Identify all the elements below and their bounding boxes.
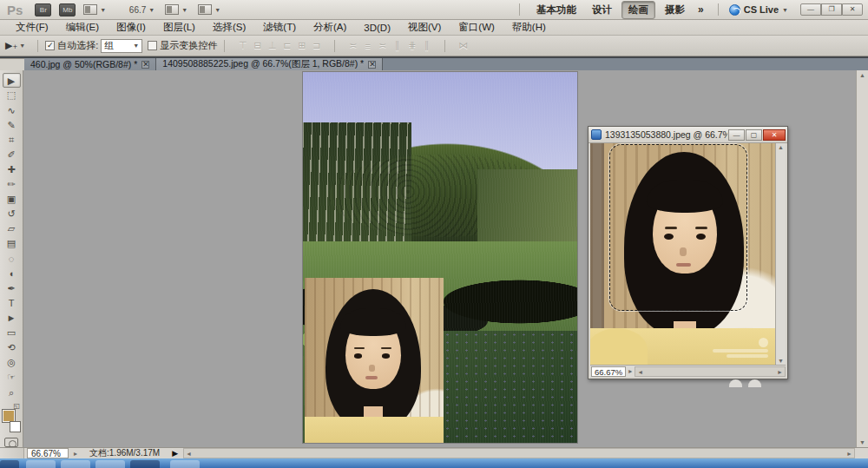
close-button[interactable]: ✕ bbox=[842, 3, 863, 16]
menu-image[interactable]: 图像(I) bbox=[108, 21, 155, 34]
tool-lasso[interactable]: ∿ bbox=[3, 103, 21, 118]
tool-3d-orbit[interactable]: ◎ bbox=[3, 355, 21, 370]
screen-mode-button[interactable]: ▼ bbox=[198, 4, 220, 15]
align-left-icon[interactable]: ⊏ bbox=[280, 40, 293, 51]
document-tab-1409508885225[interactable]: 1409508885225.jpeg @ 66.7%(图层 1, RGB/8#)… bbox=[156, 58, 383, 70]
tool-crop[interactable]: ⌗ bbox=[3, 133, 21, 148]
menu-help[interactable]: 帮助(H) bbox=[503, 21, 555, 34]
auto-select-dropdown[interactable]: 组▼ bbox=[101, 39, 142, 53]
floating-window-titlebar[interactable]: 1393135053880.jpeg @ 66.7%(... — ▢ ✕ bbox=[589, 127, 787, 143]
taskbar-item[interactable] bbox=[170, 460, 200, 468]
scroll-down-icon[interactable]: ▼ bbox=[776, 358, 786, 364]
scroll-up-icon[interactable]: ▲ bbox=[776, 144, 786, 150]
tool-type[interactable]: T bbox=[3, 296, 21, 311]
view-extras-button[interactable]: ▼ bbox=[165, 4, 187, 15]
tool-3d-rotate[interactable]: ⟲ bbox=[3, 340, 21, 355]
tab-close-icon[interactable]: ✕ bbox=[368, 61, 376, 69]
workspace-painting[interactable]: 绘画 bbox=[621, 1, 655, 19]
distribute-hcenter-icon[interactable]: ⋕ bbox=[405, 40, 418, 51]
zoom-level-control[interactable]: 66.7▼ bbox=[116, 5, 155, 15]
taskbar-item-active[interactable] bbox=[130, 460, 160, 468]
tool-blur[interactable]: ◌ bbox=[3, 252, 21, 267]
bridge-icon[interactable]: Br bbox=[35, 3, 51, 16]
menu-select[interactable]: 选择(S) bbox=[204, 21, 254, 34]
tool-spot-healing-brush[interactable]: ✚ bbox=[3, 162, 21, 177]
menu-3d[interactable]: 3D(D) bbox=[355, 23, 399, 33]
restore-button[interactable]: ❐ bbox=[821, 3, 842, 16]
menu-analysis[interactable]: 分析(A) bbox=[305, 21, 355, 34]
scroll-left-icon[interactable]: ◄ bbox=[637, 369, 643, 375]
scroll-right-icon[interactable]: ► bbox=[846, 451, 852, 457]
distribute-right-icon[interactable]: ∥ bbox=[420, 40, 433, 51]
tool-eraser[interactable]: ▱ bbox=[3, 221, 21, 236]
pasted-girl-layer[interactable] bbox=[305, 278, 444, 443]
tool-path-selection[interactable]: ► bbox=[3, 311, 21, 326]
workspace-vertical-scrollbar[interactable]: ▲ ▼ bbox=[856, 70, 868, 447]
tool-hand[interactable]: ☞ bbox=[3, 370, 21, 385]
show-transform-checkbox[interactable] bbox=[148, 41, 157, 50]
taskbar-item[interactable] bbox=[61, 460, 90, 468]
status-widget-icon[interactable]: ▸ bbox=[626, 367, 635, 375]
float-close-button[interactable]: ✕ bbox=[763, 129, 786, 141]
tool-rectangular-marquee[interactable]: ⬚ bbox=[3, 88, 21, 102]
align-vcenter-icon[interactable]: ⊟ bbox=[251, 40, 264, 51]
workspace-photography[interactable]: 摄影 bbox=[659, 2, 691, 18]
tool-zoom[interactable]: ⌕ bbox=[3, 386, 21, 400]
tool-gradient[interactable]: ▤ bbox=[3, 236, 21, 251]
tool-quick-selection[interactable]: ✎ bbox=[3, 118, 21, 133]
menu-window[interactable]: 窗口(W) bbox=[450, 21, 503, 34]
tool-pen[interactable]: ✒ bbox=[3, 281, 21, 296]
scroll-up-icon[interactable]: ▲ bbox=[857, 72, 868, 78]
distribute-vcenter-icon[interactable]: ≡ bbox=[361, 41, 374, 51]
tool-eyedropper[interactable]: ✐ bbox=[3, 148, 21, 162]
taskbar-item[interactable] bbox=[95, 460, 125, 468]
distribute-left-icon[interactable]: ∥ bbox=[391, 40, 404, 51]
tool-dodge[interactable]: ◖ bbox=[3, 267, 21, 281]
statusbar-zoom-field[interactable]: 66.67% bbox=[27, 448, 69, 458]
tool-clone-stamp[interactable]: ▣ bbox=[3, 192, 21, 207]
floating-document-window[interactable]: 1393135053880.jpeg @ 66.7%(... — ▢ ✕ bbox=[588, 126, 788, 379]
float-horizontal-scrollbar[interactable]: ◄ ► bbox=[635, 366, 786, 377]
workspace-overflow-chevron[interactable]: » bbox=[694, 3, 707, 16]
menu-layer[interactable]: 图层(L) bbox=[155, 21, 204, 34]
tool-preset-picker[interactable]: ▶₊▼ bbox=[0, 40, 30, 51]
tab-close-icon[interactable]: ✕ bbox=[141, 61, 149, 69]
minimize-button[interactable]: — bbox=[800, 3, 821, 16]
scroll-down-icon[interactable]: ▼ bbox=[857, 439, 868, 445]
menu-file[interactable]: 文件(F) bbox=[7, 21, 57, 34]
statusbar-widget-icon[interactable]: ▸ bbox=[69, 450, 82, 458]
align-bottom-icon[interactable]: ⊥ bbox=[266, 40, 279, 51]
mini-bridge-icon[interactable]: Mb bbox=[59, 3, 76, 16]
tool-move[interactable]: ▶ bbox=[3, 73, 21, 88]
menu-filter[interactable]: 滤镜(T) bbox=[254, 21, 305, 34]
auto-align-layers-icon[interactable]: ⋈ bbox=[457, 40, 470, 51]
marching-ants-selection[interactable] bbox=[609, 144, 747, 311]
float-minimize-button[interactable]: — bbox=[728, 129, 745, 141]
scroll-right-icon[interactable]: ► bbox=[777, 369, 783, 375]
taskbar-start-button[interactable] bbox=[0, 460, 19, 468]
align-right-icon[interactable]: ⊐ bbox=[310, 40, 323, 51]
distribute-bottom-icon[interactable]: ≍ bbox=[376, 40, 389, 51]
girl-photo-document[interactable] bbox=[590, 143, 775, 365]
workspace-essentials[interactable]: 基本功能 bbox=[530, 2, 582, 18]
workspace-design[interactable]: 设计 bbox=[586, 2, 618, 18]
float-zoom-field[interactable]: 66.67% bbox=[591, 366, 626, 377]
menu-view[interactable]: 视图(V) bbox=[399, 21, 450, 34]
quick-mask-button[interactable] bbox=[4, 438, 18, 447]
distribute-top-icon[interactable]: ≍ bbox=[346, 40, 359, 51]
scroll-left-icon[interactable]: ◄ bbox=[186, 451, 192, 457]
taskbar-item[interactable] bbox=[26, 460, 56, 468]
tool-history-brush[interactable]: ↺ bbox=[3, 207, 21, 221]
arrange-documents-button[interactable]: ▼ bbox=[83, 4, 106, 15]
float-maximize-button[interactable]: ▢ bbox=[746, 129, 762, 141]
auto-select-checkbox[interactable]: ✓ bbox=[45, 41, 55, 50]
workspace-horizontal-scrollbar[interactable]: ◄ ► bbox=[183, 448, 855, 458]
background-color-swatch[interactable] bbox=[10, 421, 21, 432]
cs-live-button[interactable]: CS Live▼ bbox=[729, 4, 788, 16]
document-tab-460[interactable]: 460.jpg @ 50%(RGB/8#) *✕ bbox=[24, 58, 156, 70]
align-top-icon[interactable]: ⊤ bbox=[236, 40, 249, 51]
tool-rectangle[interactable]: ▭ bbox=[3, 326, 21, 340]
align-hcenter-icon[interactable]: ⊞ bbox=[295, 40, 308, 51]
status-options-arrow[interactable]: ▶ bbox=[167, 449, 183, 458]
menu-edit[interactable]: 编辑(E) bbox=[57, 21, 108, 34]
